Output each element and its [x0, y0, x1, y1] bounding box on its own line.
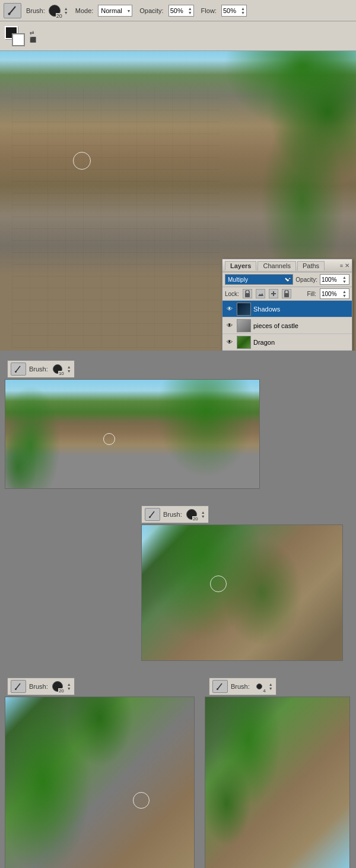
brush-size-up[interactable]: ▲: [64, 7, 68, 11]
canvas-4a-dragon: [5, 697, 194, 868]
brush-tool-btn-4a[interactable]: [11, 680, 26, 693]
flow-input[interactable]: [223, 7, 241, 14]
layer-row-pieces[interactable]: 👁 pieces of castle: [223, 317, 352, 334]
layer-opacity-down[interactable]: ▼: [342, 279, 347, 284]
mode-label: Mode:: [75, 7, 94, 14]
svg-line-8: [16, 683, 20, 689]
svg-rect-2: [245, 293, 250, 297]
section-3: Brush: 20 ▲ ▼: [0, 496, 356, 668]
opacity-arrows[interactable]: ▲ ▼: [188, 5, 192, 16]
canvas-1-stone-texture: [12, 87, 220, 348]
brush-down-2[interactable]: ▼: [67, 369, 71, 373]
brush-size-4a: 20: [58, 688, 65, 694]
svg-rect-3: [284, 293, 289, 297]
brush-up-4b[interactable]: ▲: [269, 682, 273, 686]
layers-panel-close[interactable]: ✕: [345, 262, 349, 269]
blend-mode-wrapper[interactable]: Multiply Normal: [225, 274, 293, 285]
svg-line-6: [150, 511, 154, 517]
brush-size-4b: 4: [262, 688, 266, 694]
canvas-2-dragon-right: [81, 380, 259, 488]
brush-label-2: Brush:: [29, 365, 48, 373]
brush-tool-btn-2[interactable]: [11, 363, 26, 376]
opacity-box[interactable]: ▲ ▼: [169, 5, 194, 17]
color-boxes[interactable]: [5, 26, 25, 46]
top-toolbar: Brush: 20 ▲ ▼ Mode: Normal Multiply Opac…: [0, 0, 356, 21]
lock-all-btn[interactable]: [282, 289, 291, 298]
canvas-3: [141, 524, 343, 661]
layer-eye-shadows[interactable]: 👁: [225, 304, 234, 314]
background-color[interactable]: [12, 33, 25, 46]
brush-down-4b[interactable]: ▼: [269, 686, 273, 691]
canvas-4a: [5, 697, 195, 868]
layer-opacity-box[interactable]: ▲ ▼: [320, 274, 349, 285]
mode-select[interactable]: Normal Multiply: [98, 5, 132, 17]
fill-down[interactable]: ▼: [342, 294, 347, 298]
layer-eye-dragon[interactable]: 👁: [225, 338, 234, 347]
opacity-input[interactable]: [170, 7, 188, 14]
brush-size-control[interactable]: Brush: 20 ▲ ▼: [26, 3, 68, 18]
mini-toolbar-3: Brush: 20 ▲ ▼: [141, 505, 209, 523]
mini-toolbar-4b: Brush: 4 ▲ ▼: [209, 678, 276, 695]
layer-row-shadows[interactable]: 👁 Shadows: [223, 301, 352, 317]
brush-size-down[interactable]: ▼: [64, 11, 68, 15]
layer-opacity-input[interactable]: [322, 276, 342, 283]
section-4: Brush: 20 ▲ ▼ Brush: 4 ▲ ▼: [0, 668, 356, 868]
layer-opacity-up[interactable]: ▲: [342, 275, 347, 279]
layer-row-dragon[interactable]: 👁 Dragon: [223, 334, 352, 351]
tab-paths[interactable]: Paths: [297, 261, 325, 271]
brush-label-3: Brush:: [163, 511, 182, 518]
brush-down-3[interactable]: ▼: [201, 514, 205, 519]
opacity-label: Opacity:: [139, 7, 163, 14]
layers-panel-menu[interactable]: ≡: [340, 263, 343, 269]
layer-thumb-shadows: [237, 303, 251, 316]
layers-tabs: Layers Channels Paths: [225, 261, 325, 271]
lock-position-btn[interactable]: [269, 289, 278, 298]
svg-line-4: [16, 366, 20, 371]
tab-layers[interactable]: Layers: [225, 261, 256, 271]
opacity-up[interactable]: ▲: [188, 7, 192, 11]
fill-up[interactable]: ▲: [342, 290, 347, 294]
brush-up-2[interactable]: ▲: [67, 365, 71, 369]
canvas-4b-dragon: [205, 697, 349, 868]
brush-up-4a[interactable]: ▲: [67, 682, 71, 686]
lock-image-btn[interactable]: [256, 289, 265, 298]
swap-colors-icon[interactable]: ⇄: [30, 30, 36, 36]
layer-name-dragon: Dragon: [253, 339, 349, 346]
canvas-2: [5, 379, 260, 489]
brush-tool-button[interactable]: [4, 3, 21, 18]
brush-down-4a[interactable]: ▼: [67, 686, 71, 691]
canvas-3-dragon: [142, 525, 342, 660]
flow-up[interactable]: ▲: [241, 7, 245, 11]
brush-label: Brush:: [26, 7, 45, 14]
layer-name-shadows: Shadows: [253, 306, 349, 313]
flow-down[interactable]: ▼: [241, 11, 245, 15]
layer-thumb-pieces: [237, 319, 251, 332]
mini-toolbar-2: Brush: 10 ▲ ▼: [7, 360, 75, 378]
brush-label-4a: Brush:: [29, 683, 48, 690]
layer-eye-pieces[interactable]: 👁: [225, 321, 234, 330]
fill-input[interactable]: [322, 291, 342, 297]
opacity-row-label: Opacity:: [295, 276, 317, 283]
flow-arrows[interactable]: ▲ ▼: [241, 5, 245, 16]
brush-tool-btn-4b[interactable]: [212, 680, 228, 693]
blend-mode-select[interactable]: Multiply Normal: [225, 274, 293, 285]
fill-pct-box[interactable]: ▲ ▼: [320, 288, 349, 299]
default-colors-icon[interactable]: ⬛: [30, 37, 36, 43]
svg-point-5: [15, 371, 17, 373]
brush-up-3[interactable]: ▲: [201, 510, 205, 514]
tab-channels[interactable]: Channels: [258, 261, 295, 271]
color-box-row: ⇄ ⬛: [0, 21, 356, 51]
opacity-down[interactable]: ▼: [188, 11, 192, 15]
flow-box[interactable]: ▲ ▼: [221, 5, 247, 17]
brush-tool-btn-3[interactable]: [145, 508, 160, 521]
canvas-4b: [205, 697, 350, 868]
layers-lock-row: Lock: Fill: ▲ ▼: [223, 287, 352, 301]
lock-transparent-btn[interactable]: [243, 289, 252, 298]
mode-select-wrapper[interactable]: Normal Multiply: [98, 5, 132, 17]
flow-label: Flow:: [201, 7, 217, 14]
layers-list: 👁 Shadows 👁 pieces of castle 👁 Dragon ▶: [223, 301, 352, 351]
fill-label: Fill:: [307, 291, 316, 297]
mini-toolbar-4a: Brush: 20 ▲ ▼: [7, 678, 75, 695]
main-canvas-1: Layers Channels Paths ≡ ✕ Multiply Norma…: [0, 51, 356, 351]
layers-panel-titlebar: Layers Channels Paths ≡ ✕: [223, 259, 352, 272]
